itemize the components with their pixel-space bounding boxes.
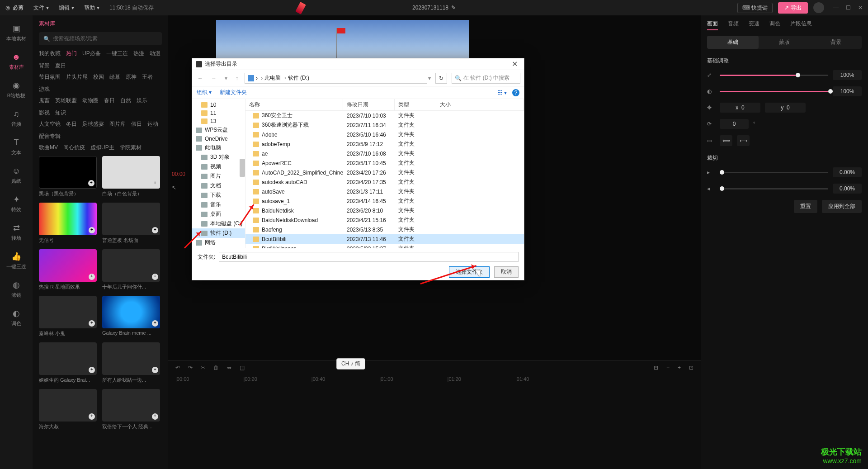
thumb[interactable]: +普通盖板 名场面	[102, 203, 160, 244]
list-row[interactable]: 360极速浏览器下载2023/7/11 16:34文件夹	[245, 120, 524, 130]
tree-item[interactable]: 网络	[192, 238, 245, 247]
avatar[interactable]	[813, 2, 824, 13]
add-icon[interactable]: +	[89, 227, 95, 233]
thumb[interactable]: +海尔大叔	[39, 389, 97, 430]
tag[interactable]: 夏日	[55, 62, 66, 70]
tree-item[interactable]: WPS云盘	[192, 125, 245, 135]
add-icon[interactable]: +	[152, 320, 158, 327]
cut-icon[interactable]: ✂	[201, 365, 205, 371]
tree-item[interactable]: 11	[192, 109, 245, 117]
list-row[interactable]: Baofeng2023/5/13 8:35文件夹	[245, 225, 524, 234]
tag[interactable]: 一键三连	[106, 50, 128, 57]
opacity-value[interactable]: 100%	[833, 86, 862, 96]
tag[interactable]: 假日	[131, 120, 142, 128]
rail-sticker[interactable]: ☺贴纸	[0, 163, 33, 187]
view-button[interactable]: ☷ ▾	[498, 90, 507, 96]
col-date[interactable]: 修改日期	[343, 99, 395, 110]
organize-button[interactable]: 组织 ▾	[197, 89, 212, 96]
list-row[interactable]: autoSave2023/1/3 17:11文件夹	[245, 187, 524, 196]
folder-tree[interactable]: 101113WPS云盘OneDrive此电脑3D 对象视频图片文档下载音乐桌面本…	[192, 99, 245, 248]
tree-item[interactable]: 本地磁盘 (C:)	[192, 219, 245, 228]
history-button[interactable]: ▾	[223, 74, 229, 82]
thumb[interactable]: +所有人给我站一边...	[102, 342, 160, 384]
rail-triple[interactable]: 👍一键三连	[0, 249, 33, 273]
tag[interactable]: 片头片尾	[66, 73, 88, 81]
list-row[interactable]: Adobe2023/5/10 16:46文件夹	[245, 130, 524, 139]
tag[interactable]: 自然	[120, 97, 131, 104]
list-header[interactable]: 名称 修改日期 类型 大小	[245, 99, 524, 111]
in-slider[interactable]	[720, 172, 828, 173]
list-row[interactable]: BirdWallpaper2023/5/23 15:37文件夹	[245, 244, 524, 248]
list-row[interactable]: 360安全卫士2023/7/10 10:03文件夹	[245, 111, 524, 120]
tag[interactable]: 学院素材	[120, 144, 142, 152]
up-button[interactable]: ↑	[234, 74, 240, 82]
tag[interactable]: 虚拟UP主	[90, 144, 114, 152]
subtab-bg[interactable]: 背景	[810, 36, 862, 49]
thumb[interactable]: +黑场（黑色背景）	[39, 156, 97, 197]
add-icon[interactable]: +	[152, 180, 158, 187]
tree-item[interactable]: 桌面	[192, 209, 245, 219]
export-button[interactable]: ↗ 导出	[778, 2, 808, 14]
refresh-button[interactable]: ↻	[435, 73, 447, 84]
tag[interactable]: 我的收藏	[39, 50, 61, 57]
out-value[interactable]: 0.00%	[833, 184, 862, 194]
subtab-mask[interactable]: 蒙版	[759, 36, 810, 49]
thumb[interactable]: +热搜 R 星地面效果	[39, 249, 97, 290]
maximize-button[interactable]: ☐	[846, 5, 851, 11]
tag[interactable]: 图片库	[109, 120, 126, 128]
list-row[interactable]: BaiduNetdiskDownload2023/4/21 15:16文件夹	[245, 215, 524, 225]
thumb[interactable]: +白场（白色背景）	[102, 156, 160, 197]
tag[interactable]: 同心抗疫	[63, 144, 85, 152]
rail-fx[interactable]: ✦特效	[0, 192, 33, 216]
pos-x[interactable]: x 0	[720, 103, 760, 113]
tag[interactable]: 王者	[142, 73, 153, 81]
flip-h-button[interactable]: ⟺	[720, 135, 732, 146]
list-row[interactable]: ae2023/7/10 16:08文件夹	[245, 149, 524, 158]
minimize-button[interactable]: —	[833, 5, 839, 11]
cancel-button[interactable]: 取消	[494, 266, 519, 278]
tree-item[interactable]: 视频	[192, 162, 245, 171]
in-value[interactable]: 0.00%	[833, 167, 862, 177]
list-row[interactable]: BcutBilibili2023/7/13 11:46文件夹	[245, 234, 524, 244]
mirror-icon[interactable]: ⇔	[227, 365, 231, 371]
tab-audio[interactable]: 音频	[728, 20, 739, 30]
add-icon[interactable]: +	[152, 227, 158, 233]
dialog-search[interactable]: 🔍在 软件 (D:) 中搜索	[452, 73, 520, 84]
file-list[interactable]: 名称 修改日期 类型 大小 360安全卫士2023/7/10 10:03文件夹3…	[245, 99, 524, 248]
tree-item[interactable]: 10	[192, 101, 245, 109]
crop-icon[interactable]: ◫	[240, 365, 245, 371]
add-icon[interactable]: +	[89, 413, 95, 420]
preview-video[interactable]	[216, 20, 469, 62]
subtab-basic[interactable]: 基础	[707, 36, 759, 49]
tree-item[interactable]: 图片	[192, 171, 245, 181]
tag[interactable]: 热门	[66, 50, 77, 57]
menu-edit[interactable]: 编辑 ▾	[59, 4, 74, 12]
zoom-in-icon[interactable]: +	[678, 365, 681, 371]
rail-filter[interactable]: ◍滤镜	[0, 277, 33, 301]
tag[interactable]: 娱乐	[137, 97, 147, 104]
back-button[interactable]: ←	[196, 74, 205, 82]
tree-item[interactable]: 13	[192, 117, 245, 125]
tab-speed[interactable]: 变速	[749, 20, 760, 30]
list-row[interactable]: BaiduNetdisk2023/6/20 8:10文件夹	[245, 206, 524, 215]
rail-library[interactable]: ☻素材库	[0, 49, 33, 73]
tree-item[interactable]: OneDrive	[192, 135, 245, 143]
tab-picture[interactable]: 画面	[707, 20, 718, 30]
close-button[interactable]: ✕	[858, 5, 863, 11]
tag[interactable]: 动漫	[150, 50, 160, 57]
tag[interactable]: 知识	[55, 109, 66, 117]
rail-transition[interactable]: ⇄转场	[0, 220, 33, 244]
rail-text[interactable]: T文本	[0, 135, 33, 159]
tag[interactable]: 歌曲MV	[39, 144, 58, 152]
help-button[interactable]: ?	[512, 89, 519, 96]
snap-icon[interactable]: ⊟	[654, 365, 658, 371]
tag[interactable]: 英雄联盟	[55, 97, 77, 104]
folder-input[interactable]	[219, 252, 519, 262]
tag[interactable]: 运动	[147, 120, 158, 128]
tag[interactable]: 原神	[126, 73, 137, 81]
tag[interactable]: 绿幕	[109, 73, 120, 81]
thumb[interactable]: +姐姐生的 Galaxy Brai...	[39, 342, 97, 384]
tag[interactable]: 热漫	[133, 50, 144, 57]
menu-help[interactable]: 帮助 ▾	[84, 4, 99, 12]
list-row[interactable]: autodesk autoCAD2023/4/20 17:35文件夹	[245, 177, 524, 187]
